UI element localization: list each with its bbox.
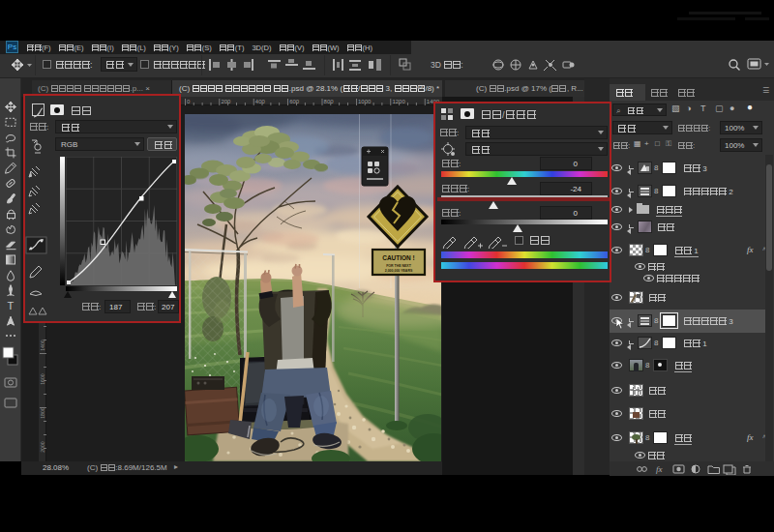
- svg-text:1800: 1800: [40, 407, 45, 419]
- svg-text:0: 0: [187, 99, 191, 104]
- svg-text:2000: 2000: [40, 441, 45, 453]
- svg-text:FOR THE NEXT: FOR THE NEXT: [386, 264, 412, 268]
- svg-text:200: 200: [221, 99, 231, 104]
- svg-text:600: 600: [289, 99, 300, 104]
- svg-text:1600: 1600: [40, 373, 45, 385]
- svg-text:800: 800: [324, 99, 335, 104]
- svg-text:fx: fx: [656, 464, 663, 474]
- svg-text:2,000,000 YEARS: 2,000,000 YEARS: [385, 269, 413, 273]
- svg-text:CAUTION !: CAUTION !: [382, 254, 415, 261]
- svg-text:400: 400: [255, 99, 266, 104]
- svg-text:1400: 1400: [40, 340, 45, 351]
- svg-text:T: T: [8, 300, 15, 311]
